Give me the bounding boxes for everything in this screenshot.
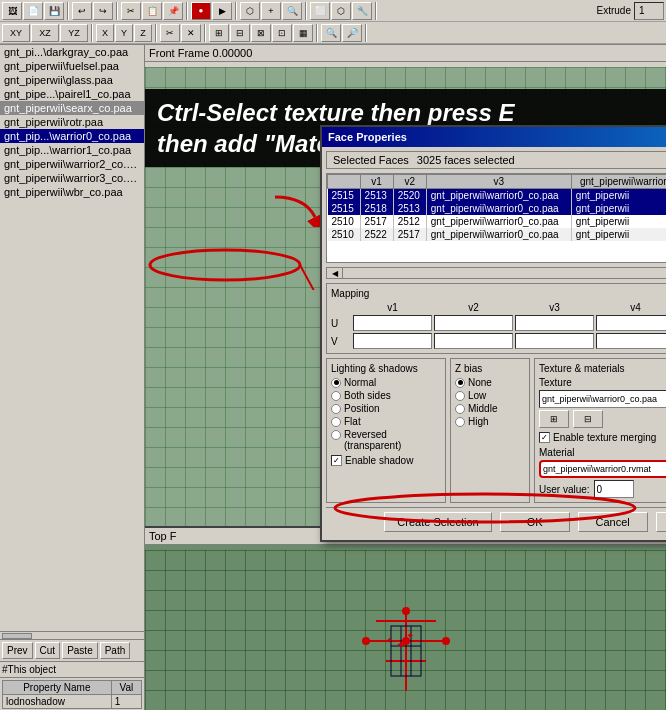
face-cell-3-t2: gnt_piperwii: [571, 228, 666, 241]
tb-x[interactable]: X: [96, 24, 114, 42]
tb-btn-7[interactable]: 📋: [142, 2, 162, 20]
tb-x2[interactable]: ✕: [181, 24, 201, 42]
material-input[interactable]: [539, 460, 666, 478]
cancel-button[interactable]: Cancel: [578, 512, 648, 532]
bottom-viewport[interactable]: Top F: [145, 526, 666, 710]
tb-btn-13[interactable]: 🔍: [282, 2, 302, 20]
face-row-0[interactable]: 2515 2513 2520 gnt_piperwii\warrior0_co.…: [328, 189, 667, 203]
file-item-5[interactable]: gnt_piperwii\rotr.paa: [0, 115, 144, 129]
tb-btn-8[interactable]: 📌: [163, 2, 183, 20]
tb-y[interactable]: Y: [115, 24, 133, 42]
face-table-hscrollbar[interactable]: ◀ ▶: [326, 267, 666, 279]
tb-scissor[interactable]: ✂: [160, 24, 180, 42]
texture-icon-btn4[interactable]: ⊟: [573, 410, 603, 428]
map-u-v1[interactable]: [353, 315, 432, 331]
tb-z[interactable]: Z: [134, 24, 152, 42]
file-item-0[interactable]: gnt_pi...\darkgray_co.paa: [0, 45, 144, 59]
tb-grid3[interactable]: ⊠: [251, 24, 271, 42]
tb-btn-16[interactable]: 🔧: [352, 2, 372, 20]
file-item-10[interactable]: gnt_piperwii\wbr_co.paa: [0, 185, 144, 199]
tb-btn-6[interactable]: ✂: [121, 2, 141, 20]
svg-point-8: [443, 638, 449, 644]
map-v-v4[interactable]: [596, 333, 666, 349]
enable-shadow-checkbox[interactable]: ✓: [331, 455, 342, 466]
face-cell-1-t2: gnt_piperwii: [571, 202, 666, 215]
radio-bothsides-circle[interactable]: [331, 391, 341, 401]
tb-grid5[interactable]: ▦: [293, 24, 313, 42]
file-list-scrollbar[interactable]: [0, 631, 144, 639]
face-row-1[interactable]: 2515 2518 2513 gnt_piperwii\warrior0_co.…: [328, 202, 667, 215]
map-v-v3[interactable]: [515, 333, 594, 349]
radio-reversed-label: Reversed(transparent): [344, 429, 401, 451]
map-v-v1[interactable]: [353, 333, 432, 349]
tb-grid4[interactable]: ⊡: [272, 24, 292, 42]
texture-input[interactable]: [539, 390, 666, 408]
tb-grid2[interactable]: ⊟: [230, 24, 250, 42]
path-button[interactable]: Path: [100, 642, 131, 659]
tb-xy[interactable]: XY: [2, 24, 30, 42]
ok-button[interactable]: OK: [500, 512, 570, 532]
zbias-none-circle[interactable]: [455, 378, 465, 388]
map-u-v3[interactable]: [515, 315, 594, 331]
tb-btn-9[interactable]: ●: [191, 2, 211, 20]
file-item-9[interactable]: gnt_piperwii\warrior3_co.paa: [0, 171, 144, 185]
paste-button[interactable]: Paste: [62, 642, 98, 659]
tb-btn-11[interactable]: ⬡: [240, 2, 260, 20]
map-v-v2[interactable]: [434, 333, 513, 349]
file-item-3[interactable]: gnt_pipe...\pairel1_co.paa: [0, 87, 144, 101]
face-cell-3-0: 2510: [328, 228, 361, 241]
tb-yz[interactable]: YZ: [60, 24, 88, 42]
file-item-8[interactable]: gnt_piperwii\warrior2_co.paa: [0, 157, 144, 171]
face-cell-1-1: 2518: [360, 202, 393, 215]
enable-merging-checkbox[interactable]: ✓: [539, 432, 550, 443]
file-item-4[interactable]: gnt_piperwii\searx_co.paa: [0, 101, 144, 115]
file-item-1[interactable]: gnt_piperwii\fuelsel.paa: [0, 59, 144, 73]
create-selection-button[interactable]: Create Selection: [384, 512, 491, 532]
face-table-container[interactable]: v1 v2 v3 gnt_piperwii\warrior0_co.paa gn…: [326, 173, 666, 263]
tb-zoom1[interactable]: 🔍: [321, 24, 341, 42]
map-u-v2[interactable]: [434, 315, 513, 331]
zbias-low-circle[interactable]: [455, 391, 465, 401]
radio-reversed-circle[interactable]: [331, 430, 341, 440]
tb-zoom2[interactable]: 🔎: [342, 24, 362, 42]
tb-btn-15[interactable]: ⬡: [331, 2, 351, 20]
prop-row-value: 1: [111, 695, 141, 709]
tb-btn-2[interactable]: 📄: [23, 2, 43, 20]
radio-position-circle[interactable]: [331, 404, 341, 414]
tb-btn-3[interactable]: 💾: [44, 2, 64, 20]
tb-btn-10[interactable]: ▶: [212, 2, 232, 20]
face-row-2[interactable]: 2510 2517 2512 gnt_piperwii\warrior0_co.…: [328, 215, 667, 228]
face-cell-1-0: 2515: [328, 202, 361, 215]
tb-btn-12[interactable]: +: [261, 2, 281, 20]
radio-normal-circle[interactable]: [331, 378, 341, 388]
svg-text:✦: ✦: [406, 630, 414, 641]
radio-bothsides-label: Both sides: [344, 390, 391, 401]
radio-flat-circle[interactable]: [331, 417, 341, 427]
enable-merging-label: Enable texture merging: [553, 432, 656, 443]
tb-btn-5[interactable]: ↪: [93, 2, 113, 20]
tb-xz[interactable]: XZ: [31, 24, 59, 42]
tb-btn-1[interactable]: 🖼: [2, 2, 22, 20]
prev-button[interactable]: Prev: [2, 642, 33, 659]
face-col-v2: v2: [393, 175, 426, 189]
file-item-6[interactable]: gnt_pip...\warrior0_co.paa: [0, 129, 144, 143]
tb-grid1[interactable]: ⊞: [209, 24, 229, 42]
tb-btn-14[interactable]: ⬜: [310, 2, 330, 20]
zbias-high-circle[interactable]: [455, 417, 465, 427]
face-row-3[interactable]: 2510 2522 2517 gnt_piperwii\warrior0_co.…: [328, 228, 667, 241]
apply-button[interactable]: Apply: [656, 512, 666, 532]
radio-flat-label: Flat: [344, 416, 361, 427]
svg-point-5: [403, 608, 409, 614]
user-value-input[interactable]: [594, 480, 634, 498]
zbias-middle-circle[interactable]: [455, 404, 465, 414]
file-item-2[interactable]: gnt_piperwii\glass.paa: [0, 73, 144, 87]
texture-icon-btn3[interactable]: ⊞: [539, 410, 569, 428]
tb-sep-9: [204, 24, 206, 42]
extrude-value[interactable]: 1: [634, 2, 664, 20]
tb-btn-4[interactable]: ↩: [72, 2, 92, 20]
cut-button[interactable]: Cut: [35, 642, 61, 659]
map-u-v4[interactable]: [596, 315, 666, 331]
main-area: gnt_pi...\darkgray_co.paa gnt_piperwii\f…: [0, 45, 666, 710]
zbias-section: Z bias None Low: [450, 358, 530, 503]
file-item-7[interactable]: gnt_pip...\warrior1_co.paa: [0, 143, 144, 157]
